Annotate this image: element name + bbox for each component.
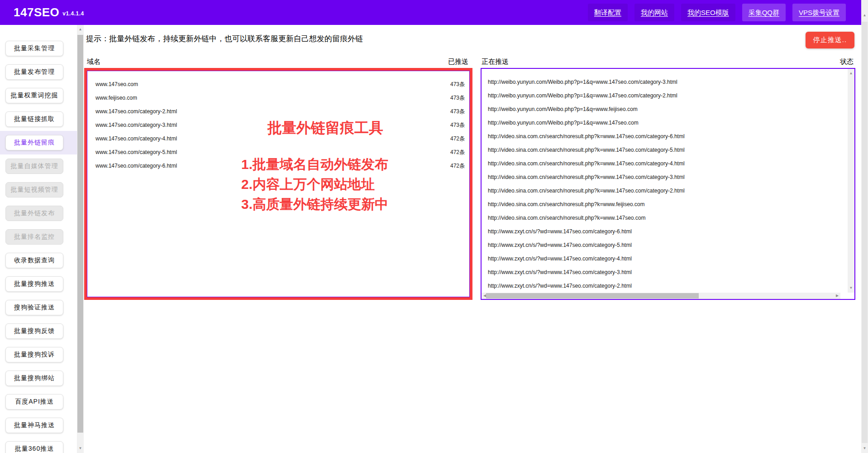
pushed-count: 472条 (450, 135, 465, 143)
scroll-up-icon[interactable]: ▲ (861, 12, 868, 19)
nav-item-采集QQ群[interactable]: 采集QQ群 (742, 4, 786, 21)
domain-row[interactable]: www.147seo.com473条 (87, 77, 469, 91)
sidebar-row: 收录数据查询 (0, 249, 77, 272)
sidebar-item-批量采集管理[interactable]: 批量采集管理 (5, 41, 63, 56)
sidebar-row: 批量搜狗绑站 (0, 366, 77, 390)
scroll-right-icon[interactable]: ▶ (834, 293, 840, 299)
domain-row[interactable]: www.147seo.com/category-6.html472条 (87, 159, 469, 173)
nav-item-VPS拨号设置[interactable]: VPS拨号设置 (792, 4, 846, 21)
pushed-count: 472条 (450, 162, 465, 170)
pushing-url-row[interactable]: http://www.zxyt.cn/s/?wd=www.147seo.com/… (482, 265, 854, 279)
sidebar-row: 批量360推送 (0, 437, 77, 453)
sidebar-row: 批量权重词挖掘 (0, 84, 77, 107)
sidebar-item-批量排名监控: 批量排名监控 (5, 229, 63, 245)
sidebar-item-批量外链留痕[interactable]: 批量外链留痕 (5, 135, 63, 150)
column-header-pushing: 正在推送 (482, 58, 509, 66)
pushing-panel: http://weibo.yunyun.com/Weibo.php?p=1&q=… (481, 68, 855, 300)
scroll-down-icon[interactable]: ▼ (861, 445, 868, 452)
domain-row[interactable]: www.feijiseo.com473条 (87, 91, 469, 105)
domain-name: www.147seo.com/category-3.html (95, 122, 177, 128)
sidebar-item-收录数据查询[interactable]: 收录数据查询 (5, 253, 63, 268)
pushed-count: 473条 (450, 94, 465, 102)
sidebar-item-批量神马推送[interactable]: 批量神马推送 (5, 418, 63, 433)
sidebar-row: 批量自媒体管理 (0, 154, 77, 178)
sidebar-row: 百度API推送 (0, 390, 77, 414)
sidebar: 批量采集管理批量发布管理批量权重词挖掘批量链接抓取批量外链留痕批量自媒体管理批量… (0, 25, 77, 453)
scroll-up-icon[interactable]: ▲ (77, 26, 84, 33)
app-logo: 147SEOv1.4.1.4 (14, 5, 84, 19)
sidebar-item-批量外链发布: 批量外链发布 (5, 206, 63, 221)
pushing-url-row[interactable]: http://video.sina.com.cn/search/noresult… (482, 198, 854, 211)
nav-item-翻译配置[interactable]: 翻译配置 (588, 4, 628, 21)
domain-row[interactable]: www.147seo.com/category-5.html472条 (87, 145, 469, 159)
pushing-url-list: http://weibo.yunyun.com/Weibo.php?p=1&q=… (482, 69, 854, 293)
sidebar-row: 批量外链留痕 (0, 131, 77, 154)
app-version: v1.4.1.4 (62, 10, 84, 17)
domain-row[interactable]: www.147seo.com/category-3.html473条 (87, 118, 469, 132)
sidebar-item-批量搜狗绑站[interactable]: 批量搜狗绑站 (5, 371, 63, 386)
pushing-url-row[interactable]: http://weibo.yunyun.com/Weibo.php?p=1&q=… (482, 116, 854, 130)
pushing-horizontal-scrollbar[interactable]: ◀ ▶ (482, 293, 840, 299)
domain-name: www.147seo.com/category-5.html (95, 149, 177, 155)
pushing-url-row[interactable]: http://video.sina.com.cn/search/noresult… (482, 143, 854, 157)
sidebar-item-批量搜狗投诉[interactable]: 批量搜狗投诉 (5, 347, 63, 362)
page-scrollbar[interactable]: ▲ ▼ (861, 0, 868, 453)
sidebar-row: 批量搜狗推送 (0, 272, 77, 296)
pushing-url-row[interactable]: http://video.sina.com.cn/search/noresult… (482, 157, 854, 170)
app-header: 147SEOv1.4.1.4 翻译配置我的网站我的SEO模版采集QQ群VPS拨号… (0, 0, 861, 25)
sidebar-row: 批量排名监控 (0, 225, 77, 249)
sidebar-row: 搜狗验证推送 (0, 296, 77, 319)
pushing-url-row[interactable]: http://weibo.yunyun.com/Weibo.php?p=1&q=… (482, 75, 854, 89)
domain-row[interactable]: www.147seo.com/category-2.html473条 (87, 105, 469, 118)
pushing-url-row[interactable]: http://www.zxyt.cn/s/?wd=www.147seo.com/… (482, 252, 854, 265)
app-logo-text: 147SEO (14, 5, 59, 19)
pushing-url-row[interactable]: http://video.sina.com.cn/search/noresult… (482, 130, 854, 143)
sidebar-item-搜狗验证推送[interactable]: 搜狗验证推送 (5, 300, 63, 315)
column-header-pushed: 已推送 (441, 58, 468, 66)
nav-item-我的SEO模版[interactable]: 我的SEO模版 (681, 4, 735, 21)
nav-item-我的网站[interactable]: 我的网站 (634, 4, 674, 21)
sidebar-scrollbar-thumb[interactable] (77, 35, 83, 433)
column-header-domain: 域名 (87, 58, 100, 66)
pushing-url-row[interactable]: http://www.zxyt.cn/s/?wd=www.147seo.com/… (482, 279, 854, 293)
pushing-url-row[interactable]: http://www.zxyt.cn/s/?wd=www.147seo.com/… (482, 238, 854, 252)
domain-row[interactable]: www.147seo.com/category-4.html472条 (87, 132, 469, 145)
domain-name: www.147seo.com/category-4.html (95, 135, 177, 142)
page-scrollbar-thumb[interactable] (862, 22, 868, 443)
promo-line: 3.高质量外链持续更新中 (241, 194, 410, 214)
pushing-url-row[interactable]: http://www.zxyt.cn/s/?wd=www.147seo.com/… (482, 225, 854, 238)
sidebar-row: 批量链接抓取 (0, 107, 77, 131)
sidebar-item-百度API推送[interactable]: 百度API推送 (5, 394, 63, 410)
sidebar-item-批量发布管理[interactable]: 批量发布管理 (5, 64, 63, 80)
domain-name: www.feijiseo.com (95, 95, 137, 101)
pushing-horizontal-scrollbar-thumb[interactable] (486, 293, 699, 299)
sidebar-item-批量链接抓取[interactable]: 批量链接抓取 (5, 111, 63, 127)
scroll-up-icon[interactable]: ▲ (848, 70, 854, 77)
sidebar-item-批量短视频管理: 批量短视频管理 (5, 182, 63, 198)
pushed-count: 473条 (450, 81, 465, 88)
promo-line: 2.内容上万个网站地址 (241, 174, 410, 194)
pushing-url-row[interactable]: http://weibo.yunyun.com/Weibo.php?p=1&q=… (482, 89, 854, 102)
sidebar-row: 批量搜狗投诉 (0, 343, 77, 366)
scroll-down-icon[interactable]: ▼ (848, 284, 854, 292)
sidebar-item-批量权重词挖掘[interactable]: 批量权重词挖掘 (5, 88, 63, 103)
pushing-url-row[interactable]: http://video.sina.com.cn/search/noresult… (482, 211, 854, 225)
sidebar-row: 批量搜狗反馈 (0, 319, 77, 343)
pushing-url-row[interactable]: http://weibo.yunyun.com/Weibo.php?p=1&q=… (482, 102, 854, 116)
pushed-count: 473条 (450, 121, 465, 129)
stop-push-button[interactable]: 停止推送.. (806, 32, 854, 48)
domain-listbox: www.147seo.com473条www.feijiseo.com473条ww… (87, 71, 470, 297)
scroll-down-icon[interactable]: ▼ (77, 445, 84, 452)
pushing-vertical-scrollbar[interactable]: ▲ ▼ (848, 69, 854, 293)
pushing-url-row[interactable]: http://video.sina.com.cn/search/noresult… (482, 184, 854, 198)
sidebar-item-批量搜狗反馈[interactable]: 批量搜狗反馈 (5, 323, 63, 339)
domain-list: www.147seo.com473条www.feijiseo.com473条ww… (87, 71, 469, 173)
sidebar-row: 批量发布管理 (0, 60, 77, 84)
pushed-count: 472条 (450, 149, 465, 156)
tip-text: 提示：批量外链发布，持续更新外链中，也可以联系客服更新自己想发的留痕外链 (86, 34, 363, 44)
sidebar-item-批量搜狗推送[interactable]: 批量搜狗推送 (5, 276, 63, 292)
sidebar-item-批量360推送[interactable]: 批量360推送 (5, 441, 63, 453)
sidebar-scrollbar[interactable]: ▲ ▼ (77, 25, 84, 453)
sidebar-row: 批量短视频管理 (0, 178, 77, 202)
pushing-url-row[interactable]: http://video.sina.com.cn/search/noresult… (482, 170, 854, 184)
